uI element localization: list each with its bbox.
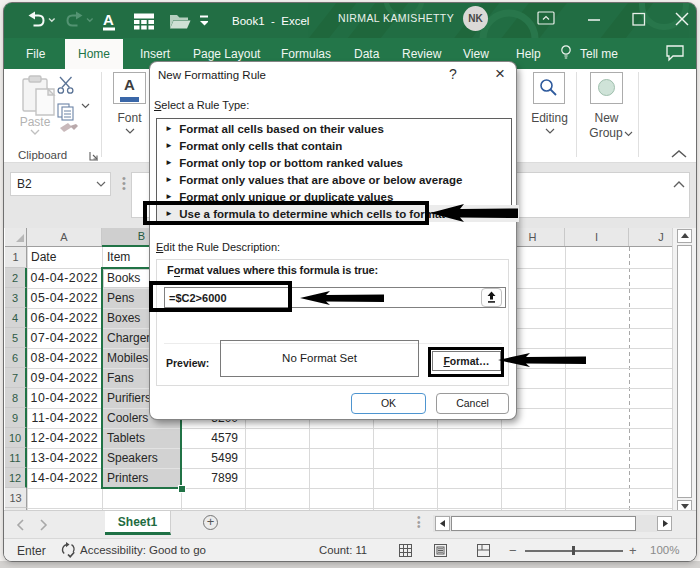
svg-text:A: A [103,11,114,28]
